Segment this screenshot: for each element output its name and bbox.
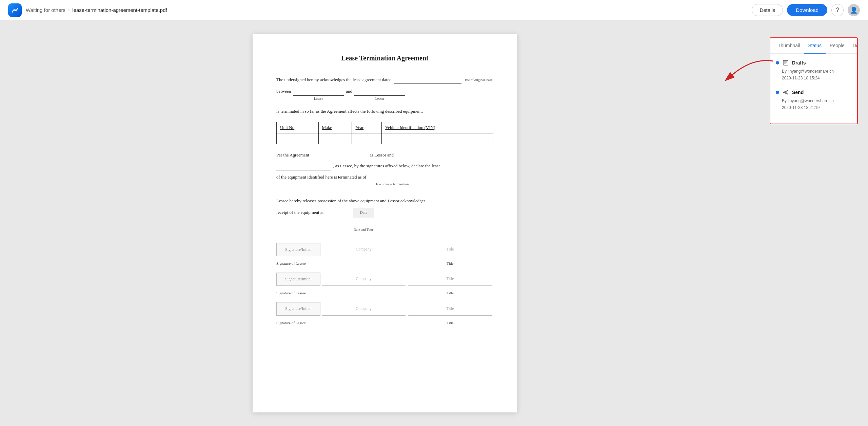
question-icon: ? bbox=[836, 6, 839, 14]
termination-date-field: Date of lease termination bbox=[370, 173, 414, 187]
company-box-1: Company bbox=[322, 243, 406, 257]
pdf-area: Lease Termination Agreement The undersig… bbox=[0, 20, 770, 426]
sig-box-2: Signature/Initial bbox=[276, 273, 320, 286]
pdf-text-and: and bbox=[346, 87, 352, 95]
tab-thumbnail[interactable]: Thumbnail bbox=[774, 38, 804, 54]
title-box-2: Title bbox=[408, 273, 492, 286]
pdf-line-6: of the equipment identified here is term… bbox=[276, 173, 493, 187]
tab-status[interactable]: Status bbox=[804, 38, 826, 54]
table-header-vin: Vehicle Identification (VIN) bbox=[382, 122, 493, 133]
breadcrumb: Waiting for others › lease-termination-a… bbox=[26, 7, 167, 13]
send-icon bbox=[782, 89, 789, 96]
send-name: Send bbox=[792, 90, 804, 95]
app-logo bbox=[8, 3, 22, 17]
breadcrumb-separator: › bbox=[68, 7, 70, 13]
pdf-line-5: , as Lessee, by the signatures affixed b… bbox=[276, 162, 493, 170]
send-by: By linyang@wondershare.cn bbox=[782, 97, 852, 104]
header-right: Details Download ? 👤 bbox=[752, 4, 860, 16]
user-avatar[interactable]: 👤 bbox=[848, 4, 860, 16]
sig-row-2: Signature/Initial Company Title bbox=[276, 273, 493, 286]
title-box-3: Title bbox=[408, 302, 492, 316]
lessee-field: Lessee bbox=[293, 87, 344, 101]
breadcrumb-waiting[interactable]: Waiting for others bbox=[26, 7, 65, 13]
sig-label-row-1: Signature of Lessee Title bbox=[276, 260, 493, 267]
table-row bbox=[277, 133, 493, 144]
send-dot bbox=[776, 91, 779, 94]
lessor-field: Lessor bbox=[354, 87, 405, 101]
sig-lessee-label-2: Signature of Lessee bbox=[276, 290, 320, 297]
tab-people[interactable]: People bbox=[826, 38, 849, 54]
pdf-text-between: between bbox=[276, 87, 291, 95]
header: Waiting for others › lease-termination-a… bbox=[0, 0, 868, 20]
status-drafts-header: Drafts bbox=[776, 59, 852, 67]
status-send-header: Send bbox=[776, 89, 852, 96]
sig-row-3: Signature/Initial Company Title bbox=[276, 302, 493, 316]
pdf-page: Lease Termination Agreement The undersig… bbox=[253, 34, 517, 412]
sig-lessee-label-1: Signature of Lessee bbox=[276, 260, 320, 267]
drafts-dot bbox=[776, 61, 779, 64]
pdf-line-3: is terminated in so far as the Agreement… bbox=[276, 107, 493, 115]
table-header-make: Make bbox=[318, 122, 352, 133]
panel-tabs: Thumbnail Status People Details bbox=[770, 38, 857, 54]
pdf-line-8: receipt of the equipment at Date Date an… bbox=[276, 208, 493, 233]
company-box-2: Company bbox=[322, 273, 406, 286]
date-original-label: Date of original lease bbox=[463, 77, 493, 83]
sig-row-1: Signature/Initial Company Title bbox=[276, 243, 493, 257]
sig-box-3: Signature/Initial bbox=[276, 302, 320, 316]
pdf-line-1: The undersigned hereby acknowledges the … bbox=[276, 76, 493, 84]
table-header-unit: Unit No bbox=[277, 122, 319, 133]
help-button[interactable]: ? bbox=[831, 4, 844, 16]
drafts-by: By linyang@wondershare.cn bbox=[782, 68, 852, 75]
table-header-year: Year bbox=[352, 122, 382, 133]
svg-point-0 bbox=[14, 9, 16, 11]
pdf-title: Lease Termination Agreement bbox=[276, 54, 493, 62]
sig-label-row-3: Signature of Lessor Title bbox=[276, 320, 493, 327]
header-left: Waiting for others › lease-termination-a… bbox=[8, 3, 167, 17]
send-date: 2020-11-23 18:21:19 bbox=[782, 104, 852, 111]
tab-details[interactable]: Details bbox=[849, 38, 858, 54]
status-panel: Thumbnail Status People Details bbox=[770, 37, 858, 124]
send-meta: By linyang@wondershare.cn 2020-11-23 18:… bbox=[776, 97, 852, 111]
pdf-line-7: Lessee hereby releases possession of the… bbox=[276, 197, 493, 205]
drafts-name: Drafts bbox=[792, 60, 806, 66]
drafts-meta: By linyang@wondershare.cn 2020-11-23 18:… bbox=[776, 68, 852, 82]
status-send: Send By linyang@wondershare.cn 2020-11-2… bbox=[776, 89, 852, 111]
drafts-date: 2020-11-23 18:15:24 bbox=[782, 75, 852, 81]
date-time-field: Date Date and Time bbox=[326, 208, 401, 233]
details-button[interactable]: Details bbox=[752, 4, 783, 16]
panel-container: Thumbnail Status People Details bbox=[770, 20, 868, 426]
title-box-1: Title bbox=[408, 243, 492, 257]
equipment-table: Unit No Make Year Vehicle Identification… bbox=[276, 122, 493, 144]
breadcrumb-filename: lease-termination-agreement-template.pdf bbox=[72, 7, 167, 13]
company-box-3: Company bbox=[322, 302, 406, 316]
sig-box-1: Signature/Initial bbox=[276, 243, 320, 257]
status-drafts: Drafts By linyang@wondershare.cn 2020-11… bbox=[776, 59, 852, 82]
sig-label-row-2: Signature of Lessee Title bbox=[276, 290, 493, 297]
signature-section: Signature/Initial Company Title Signatur… bbox=[276, 243, 493, 327]
pdf-text-1: The undersigned hereby acknowledges the … bbox=[276, 76, 392, 84]
download-button[interactable]: Download bbox=[787, 4, 827, 16]
panel-body: Drafts By linyang@wondershare.cn 2020-11… bbox=[770, 54, 857, 124]
pdf-line-4: Per the Agreement as Lessor and bbox=[276, 151, 493, 159]
drafts-icon bbox=[782, 59, 789, 67]
avatar-icon: 👤 bbox=[850, 6, 857, 14]
pdf-body: The undersigned hereby acknowledges the … bbox=[276, 76, 493, 327]
main-area: Lease Termination Agreement The undersig… bbox=[0, 20, 868, 426]
pdf-line-2: between Lessee and Lessor bbox=[276, 87, 493, 101]
sig-lessor-label: Signature of Lessor bbox=[276, 320, 320, 327]
